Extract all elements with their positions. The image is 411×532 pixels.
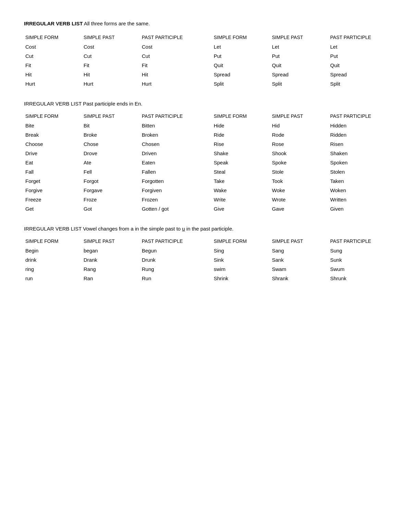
table-row: Rise Rose Risen	[212, 139, 387, 149]
verb-simple: Drive	[24, 149, 82, 157]
verb-participle: Sung	[329, 247, 387, 255]
s3-col1-header: SIMPLE FORM	[24, 237, 82, 245]
verb-past: Fit	[82, 61, 140, 69]
s2-col3-header: PAST PARTICIPLE	[140, 112, 199, 120]
verb-simple: Begin	[24, 247, 82, 255]
verb-simple: Cost	[24, 43, 82, 51]
table-row: Quit Quit Quit	[212, 61, 387, 70]
verb-simple: Take	[212, 177, 271, 185]
section2-left: SIMPLE FORM SIMPLE PAST PAST PARTICIPLE …	[24, 111, 199, 213]
verb-past: Wrote	[271, 196, 329, 203]
verb-participle: Hurt	[140, 80, 199, 88]
verb-simple: Shake	[212, 149, 271, 157]
section3-title-underline: u	[182, 226, 185, 232]
verb-simple: Split	[212, 80, 271, 88]
verb-simple: Hit	[24, 71, 82, 78]
verb-past: Hid	[271, 122, 329, 129]
table-row: Ride Rode Ridden	[212, 130, 387, 139]
table-row: Forget Forgot Forgotten	[24, 176, 199, 186]
verb-participle: Frozen	[140, 196, 199, 203]
verb-past: Swam	[271, 265, 329, 273]
table-row: run Ran Run	[24, 274, 199, 283]
s2-col2-header: SIMPLE PAST	[82, 112, 140, 120]
verb-participle: Given	[329, 205, 387, 213]
verb-past: Put	[271, 52, 329, 60]
verb-past: Drank	[82, 256, 140, 264]
verb-simple: Break	[24, 131, 82, 139]
verb-simple: drink	[24, 256, 82, 264]
verb-past: Split	[271, 80, 329, 88]
verb-past: Ate	[82, 159, 140, 166]
section1-title: IRREGULAR VERB LIST All three forms are …	[24, 21, 387, 26]
table-row: Hit Hit Hit	[24, 70, 199, 79]
verb-participle: Sunk	[329, 256, 387, 264]
s1r-col2-header: SIMPLE PAST	[271, 33, 329, 41]
verb-past: Rang	[82, 265, 140, 273]
section3-right-header: SIMPLE FORM SIMPLE PAST PAST PARTICIPLE	[212, 236, 387, 246]
s3-col3-header: PAST PARTICIPLE	[140, 237, 199, 245]
verb-past: Sang	[271, 247, 329, 255]
verb-past: Forgave	[82, 186, 140, 194]
verb-past: Sank	[271, 256, 329, 264]
verb-past: Let	[271, 43, 329, 51]
verb-past: Hurt	[82, 80, 140, 88]
verb-simple: Wake	[212, 186, 271, 194]
table-row: Sing Sang Sung	[212, 246, 387, 255]
verb-simple: Fall	[24, 168, 82, 176]
verb-participle: Begun	[140, 247, 199, 255]
verb-simple: Give	[212, 205, 271, 213]
s2r-col2-header: SIMPLE PAST	[271, 112, 329, 120]
table-row: Cut Cut Cut	[24, 51, 199, 61]
section2-table: SIMPLE FORM SIMPLE PAST PAST PARTICIPLE …	[24, 111, 387, 213]
verb-participle: Broken	[140, 131, 199, 139]
verb-participle: Driven	[140, 149, 199, 157]
verb-participle: Bitten	[140, 122, 199, 129]
verb-past: Broke	[82, 131, 140, 139]
verb-participle: Cut	[140, 52, 199, 60]
verb-past: Got	[82, 205, 140, 213]
verb-simple: Hide	[212, 122, 271, 129]
section1-right-header: SIMPLE FORM SIMPLE PAST PAST PARTICIPLE	[212, 33, 387, 42]
section3-left-header: SIMPLE FORM SIMPLE PAST PAST PARTICIPLE	[24, 236, 199, 246]
verb-participle: Written	[329, 196, 387, 203]
section2-right: SIMPLE FORM SIMPLE PAST PAST PARTICIPLE …	[212, 111, 387, 213]
s2r-col1-header: SIMPLE FORM	[212, 112, 271, 120]
verb-participle: Chosen	[140, 140, 199, 148]
s3r-col2-header: SIMPLE PAST	[271, 237, 329, 245]
verb-simple: Freeze	[24, 196, 82, 203]
section1-left: SIMPLE FORM SIMPLE PAST PAST PARTICIPLE …	[24, 33, 199, 88]
verb-simple: Choose	[24, 140, 82, 148]
section3-title-pre: IRREGULAR VERB LIST Vowel changes from a…	[24, 226, 182, 232]
table-row: Spread Spread Spread	[212, 70, 387, 79]
verb-past: Cost	[82, 43, 140, 51]
s3-col2-header: SIMPLE PAST	[82, 237, 140, 245]
s2-col1-header: SIMPLE FORM	[24, 112, 82, 120]
verb-past: Cut	[82, 52, 140, 60]
section3-title-post: in the past participle.	[185, 226, 234, 232]
verb-participle: Quit	[329, 61, 387, 69]
table-row: swim Swam Swum	[212, 264, 387, 274]
verb-participle: Run	[140, 274, 199, 282]
page-content: IRREGULAR VERB LIST All three forms are …	[24, 21, 387, 283]
table-row: Cost Cost Cost	[24, 42, 199, 51]
verb-past: began	[82, 247, 140, 255]
verb-participle: Forgotten	[140, 177, 199, 185]
verb-past: Spoke	[271, 159, 329, 166]
verb-simple: Sing	[212, 247, 271, 255]
table-row: Let Let Let	[212, 42, 387, 51]
verb-simple: Cut	[24, 52, 82, 60]
section1-title-rest: All three forms are the same.	[83, 21, 150, 26]
verb-participle: Fallen	[140, 168, 199, 176]
table-row: Break Broke Broken	[24, 130, 199, 139]
verb-participle: Split	[329, 80, 387, 88]
section1-right: SIMPLE FORM SIMPLE PAST PAST PARTICIPLE …	[212, 33, 387, 88]
verb-simple: Write	[212, 196, 271, 203]
verb-past: Froze	[82, 196, 140, 203]
verb-simple: Steal	[212, 168, 271, 176]
verb-participle: Gotten / got	[140, 205, 199, 213]
table-row: drink Drank Drunk	[24, 255, 199, 264]
verb-participle: Taken	[329, 177, 387, 185]
table-row: Give Gave Given	[212, 204, 387, 213]
table-row: Wake Woke Woken	[212, 186, 387, 195]
verb-simple: Bite	[24, 122, 82, 129]
